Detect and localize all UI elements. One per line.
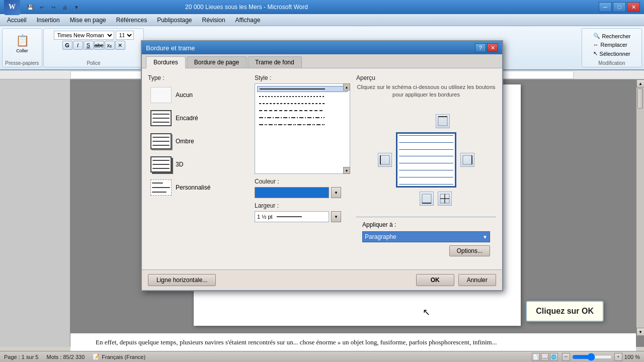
menu-revision[interactable]: Révision — [197, 16, 230, 25]
type-item-perso[interactable]: Personnalisé — [148, 177, 249, 198]
redo-btn[interactable]: ↪ — [48, 3, 58, 12]
apply-value: Paragraphe — [365, 233, 396, 240]
doc-bottom-text: En effet, depuis quelque temps, plusieur… — [70, 333, 636, 351]
border-bottom-btn[interactable] — [420, 192, 434, 206]
search-btn[interactable]: 🔍 Rechercher — [591, 32, 633, 40]
maximize-btn[interactable]: □ — [613, 2, 626, 12]
dialog-title-bar: Bordure et trame ? ✕ — [142, 41, 502, 54]
style-scroll-up[interactable]: ▲ — [343, 83, 350, 90]
app-title: 20 000 Lieues sous les Mers - Microsoft … — [185, 4, 308, 11]
preview-top-row — [381, 114, 471, 128]
undo-btn[interactable]: ↩ — [37, 3, 47, 12]
style-line-dot-dot[interactable] — [257, 122, 348, 127]
style-line-dash-dot[interactable] — [257, 115, 348, 120]
dialog-body: Type : Aucun Encadré — [142, 68, 502, 269]
view-read-btn[interactable]: 📖 — [541, 353, 549, 361]
strikethrough-btn[interactable]: abc — [94, 41, 104, 50]
print-btn[interactable]: 🖨 — [60, 3, 70, 12]
width-select[interactable]: 1 ½ pt — [255, 211, 329, 222]
apply-select[interactable]: Paragraphe ▼ — [362, 231, 490, 242]
type-item-aucun[interactable]: Aucun — [148, 84, 249, 106]
color-preview — [255, 187, 329, 198]
font-size-select[interactable]: 11 — [116, 31, 134, 40]
tab-bordures[interactable]: Bordures — [146, 56, 186, 68]
type-label: Type : — [148, 74, 249, 81]
menu-insertion[interactable]: Insertion — [32, 16, 65, 25]
tab-bordure-de-page[interactable]: Bordure de page — [187, 56, 247, 68]
app-close-btn[interactable]: ✕ — [627, 2, 640, 12]
preview-middle-row — [378, 132, 474, 188]
style-line-dashed-med[interactable] — [257, 108, 348, 113]
customize-btn[interactable]: ▼ — [71, 3, 82, 12]
font-clear-btn[interactable]: ✕ — [115, 41, 125, 50]
zoom-level: 100 % — [624, 354, 640, 360]
ribbon-group-clipboard: 📋 Coller Presse-papiers — [2, 28, 42, 67]
preview-box — [396, 132, 456, 188]
font-family-select[interactable]: Times New Roman — [54, 31, 114, 40]
save-btn[interactable]: 💾 — [25, 3, 35, 12]
width-dropdown-btn[interactable]: ▼ — [331, 211, 341, 222]
svg-rect-12 — [422, 194, 431, 203]
paste-btn[interactable]: 📋 Coller — [10, 32, 34, 56]
left-panel — [0, 79, 70, 347]
color-dropdown-btn[interactable]: ▼ — [331, 187, 341, 198]
svg-rect-5 — [380, 155, 389, 164]
border-left-btn[interactable] — [378, 153, 392, 167]
dialog-help-btn[interactable]: ? — [475, 43, 486, 52]
underline-btn[interactable]: S — [84, 41, 94, 50]
view-web-btn[interactable]: 🌐 — [550, 353, 558, 361]
scroll-thumb[interactable] — [637, 88, 643, 109]
dialog-close-btn[interactable]: ✕ — [487, 43, 498, 52]
preview-area — [356, 103, 496, 217]
italic-btn[interactable]: I — [73, 41, 83, 50]
scroll-track[interactable] — [636, 87, 644, 328]
cancel-btn[interactable]: Annuler — [458, 274, 496, 286]
color-label: Couleur : — [255, 178, 350, 185]
style-list[interactable] — [255, 83, 350, 174]
preview-panel: Aperçu Cliquez sur le schéma ci-dessous … — [356, 74, 496, 263]
menu-publipostage[interactable]: Publipostage — [152, 16, 197, 25]
type-item-encadre[interactable]: Encadré — [148, 108, 249, 129]
border-right-btn[interactable] — [460, 153, 474, 167]
zoom-in-btn[interactable]: + — [614, 353, 622, 361]
select-btn[interactable]: ↖ Sélectionner — [591, 49, 633, 58]
style-panel: Style : — [255, 74, 350, 263]
style-line-dashed-fine[interactable] — [257, 101, 348, 106]
tab-trame-de-fond[interactable]: Trame de fond — [248, 56, 302, 68]
type-item-3d[interactable]: 3D — [148, 154, 249, 175]
style-line-selected[interactable] — [257, 86, 348, 92]
border-top-btn[interactable] — [436, 114, 450, 128]
style-scroll-down[interactable]: ▼ — [343, 167, 350, 174]
replace-btn[interactable]: ↔ Remplacer — [591, 41, 633, 49]
minimize-btn[interactable]: ─ — [599, 2, 612, 12]
width-select-wrapper: 1 ½ pt ▼ — [255, 211, 350, 222]
zoom-out-btn[interactable]: ─ — [562, 353, 570, 361]
preview-border-bottom — [396, 186, 456, 188]
menu-affichage[interactable]: Affichage — [230, 16, 266, 25]
menu-mise-en-page[interactable]: Mise en page — [65, 16, 111, 25]
border-inner-btn[interactable] — [438, 192, 452, 206]
scroll-up-btn[interactable]: ▲ — [636, 79, 644, 87]
replace-icon: ↔ — [593, 42, 599, 48]
preview-bottom-row — [390, 192, 481, 206]
style-line-dotted[interactable] — [257, 94, 348, 99]
ligne-horizontale-btn[interactable]: Ligne horizontale... — [148, 274, 216, 286]
type-icon-aucun — [150, 87, 172, 103]
view-page-btn[interactable]: 📄 — [532, 353, 540, 361]
right-scrollbar[interactable]: ▲ ▼ — [636, 79, 644, 336]
subscript-btn[interactable]: x₂ — [105, 41, 115, 50]
bold-btn[interactable]: G — [62, 41, 72, 50]
options-btn[interactable]: Options... — [449, 245, 490, 256]
dialog-bordure-trame[interactable]: Bordure et trame ? ✕ Bordures Bordure de… — [141, 40, 503, 291]
scroll-down-btn[interactable]: ▼ — [636, 328, 644, 336]
ok-btn[interactable]: OK — [416, 274, 454, 286]
menu-accueil[interactable]: Accueil — [2, 16, 32, 25]
type-item-ombre[interactable]: Ombre — [148, 131, 249, 152]
menu-references[interactable]: Références — [111, 16, 152, 25]
zoom-slider[interactable] — [572, 354, 612, 359]
bottom-paragraph: En effet, depuis quelque temps, plusieur… — [96, 338, 497, 346]
page-indicator: Page : 1 sur 5 — [4, 354, 39, 360]
menu-bar: Accueil Insertion Mise en page Référence… — [0, 14, 644, 26]
apply-section: Appliquer à : Paragraphe ▼ Options... — [356, 217, 496, 263]
title-bar: W 💾 ↩ ↪ 🖨 ▼ 20 000 Lieues sous les Mers … — [0, 0, 644, 14]
